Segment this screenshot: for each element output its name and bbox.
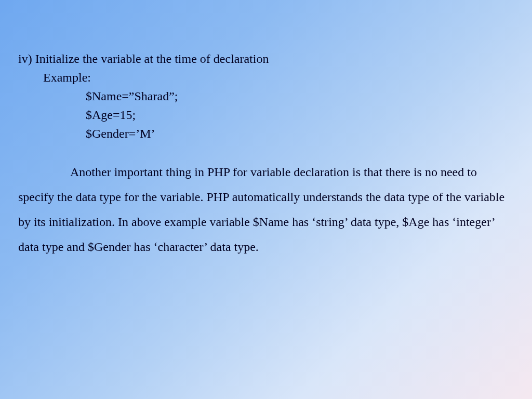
- code-line: $Age=15;: [18, 105, 514, 124]
- slide-content: iv) Initialize the variable at the time …: [0, 0, 532, 399]
- code-line: $Gender=’M’: [18, 124, 514, 143]
- slide-heading: iv) Initialize the variable at the time …: [18, 49, 514, 68]
- example-label: Example:: [18, 68, 514, 87]
- slide-paragraph: Another important thing in PHP for varia…: [18, 159, 514, 259]
- code-line: $Name=”Sharad”;: [18, 87, 514, 105]
